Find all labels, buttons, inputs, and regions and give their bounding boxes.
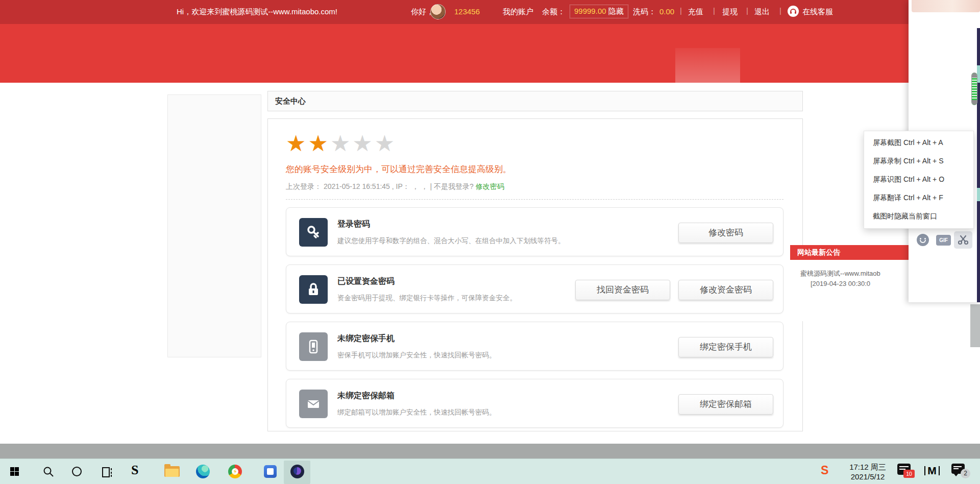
announcement-line[interactable]: 蜜桃源码测试--www.mitaob [800, 269, 880, 278]
divider: | [713, 6, 715, 15]
row-title: 未绑定密保手机 [337, 333, 395, 344]
menu-item-screen-ocr[interactable]: 屏幕识图 Ctrl + Alt + O [864, 170, 974, 188]
hide-balance-link[interactable]: 隐藏 [608, 7, 624, 15]
online-service-link[interactable]: 在线客服 [802, 7, 833, 17]
clock-date: 2021/5/12 [842, 472, 893, 481]
menu-item-hide-window-on-capture[interactable]: 截图时隐藏当前窗口 [864, 207, 974, 225]
balance-label: 余额： [542, 7, 565, 17]
background-window-edge [977, 188, 980, 201]
start-button[interactable] [10, 467, 19, 476]
account-sidebar [167, 94, 261, 357]
search-icon[interactable] [43, 466, 54, 479]
last-login-line: 上次登录： 2021-05-12 16:51:45 , IP： ， ， | 不是… [286, 182, 504, 191]
windows-taskbar [0, 458, 980, 484]
star-filled-icon: ★ [308, 131, 330, 156]
wash-value: 0.00 [659, 7, 674, 16]
withdraw-link[interactable]: 提现 [722, 7, 738, 17]
row-description: 绑定邮箱可以增加账户安全性，快速找回帐号密码。 [337, 408, 496, 417]
star-filled-icon: ★ [286, 131, 308, 156]
bind-phone-button[interactable]: 绑定密保手机 [678, 337, 773, 357]
welcome-text: Hi，欢迎来到蜜桃源码测试--www.mitaobo.com! [177, 7, 337, 17]
divider: | [779, 6, 781, 15]
announcement-body: 蜜桃源码测试--www.mitaob [2019-04-23 00:30:0 [790, 260, 918, 321]
star-empty-icon: ★ [375, 131, 397, 156]
row-description: 密保手机可以增加账户安全性，快速找回帐号密码。 [337, 351, 496, 360]
star-empty-icon: ★ [352, 131, 374, 156]
lock-icon [299, 275, 328, 304]
emoji-icon[interactable] [917, 234, 929, 246]
star-empty-icon: ★ [330, 131, 352, 156]
last-login-label: 上次登录： [286, 182, 322, 190]
screenshot-scissors-button[interactable] [954, 231, 972, 249]
security-row-login-password: 登录密码 建议您使用字母和数字的组合、混合大小写、在组合中加入下划线等符号。 修… [286, 207, 783, 256]
task-view-icon[interactable] [102, 467, 113, 479]
announcement-date: [2019-04-23 00:30:0 [811, 280, 870, 287]
bind-email-button[interactable]: 绑定密保邮箱 [678, 394, 773, 415]
change-fund-password-button[interactable]: 修改资金密码 [678, 280, 773, 300]
gif-icon[interactable]: GIF [936, 235, 951, 246]
announcement-title: 网站最新公告 [797, 248, 840, 257]
topbar: Hi，欢迎来到蜜桃源码测试--www.mitaobo.com! 你好， 1234… [0, 0, 980, 24]
scissors-icon [958, 234, 969, 246]
not-me-text: 不是我登录? [434, 182, 474, 190]
recharge-link[interactable]: 充值 [688, 7, 703, 17]
security-level-warning: 您的账号安全级别为中，可以通过完善安全信息提高级别。 [286, 163, 511, 175]
balance-value: 99999.00 [574, 7, 606, 15]
browser-bottom-edge [0, 444, 980, 458]
notification-badge: 10 [903, 470, 915, 478]
menu-item-screen-record[interactable]: 屏幕录制 Ctrl + Alt + S [864, 152, 974, 170]
row-description: 资金密码用于提现、绑定银行卡等操作，可保障资金安全。 [337, 294, 517, 303]
cortana-icon[interactable] [72, 467, 82, 476]
screenshot-tool-app-icon[interactable] [290, 465, 304, 478]
announcement-header: 网站最新公告 [790, 245, 918, 260]
wash-label: 洗码： [633, 7, 656, 17]
headset-icon [788, 6, 799, 17]
row-title: 登录密码 [337, 219, 370, 230]
divider: | [746, 6, 748, 15]
taskbar-clock[interactable]: 17:12 周三 2021/5/12 [842, 462, 893, 481]
dashed-divider [286, 199, 783, 200]
chrome-browser-icon[interactable]: ⚡ [228, 465, 242, 478]
blue-app-icon[interactable] [264, 465, 277, 478]
security-rating-stars: ★★★★★ [286, 130, 397, 156]
page-scrollbar-thumb[interactable] [970, 304, 980, 347]
sogou-pinned-icon[interactable]: S [131, 463, 138, 478]
edge-browser-icon[interactable] [196, 465, 210, 478]
main-navbar [0, 24, 980, 83]
phone-icon [299, 332, 328, 361]
recover-fund-password-button[interactable]: 找回资金密码 [575, 280, 670, 300]
divider: | [680, 6, 682, 15]
balance-box[interactable]: 99999.00 隐藏 [570, 5, 628, 18]
key-icon [299, 218, 328, 247]
user-avatar[interactable] [430, 4, 446, 19]
row-title: 未绑定密保邮箱 [337, 391, 395, 401]
security-row-email: 未绑定密保邮箱 绑定邮箱可以增加账户安全性，快速找回帐号密码。 绑定密保邮箱 [286, 379, 783, 428]
page-title-bar: 安全中心 [267, 91, 803, 111]
username[interactable]: 123456 [454, 7, 480, 16]
my-account-link[interactable]: 我的账户 [503, 7, 533, 17]
chat-count-badge: 2 [961, 469, 970, 478]
row-description: 建议您使用字母和数字的组合、混合大小写、在组合中加入下划线等符号。 [337, 236, 565, 246]
striped-scrollbar-thumb[interactable] [971, 72, 977, 105]
page-title: 安全中心 [275, 96, 306, 106]
sogou-tray-icon[interactable]: S [821, 464, 828, 477]
change-password-link[interactable]: 修改密码 [476, 182, 504, 190]
menu-item-screen-translate[interactable]: 屏幕翻译 Ctrl + Alt + F [864, 188, 974, 207]
file-explorer-icon[interactable] [164, 466, 180, 477]
last-login-value: 2021-05-12 16:51:45 , IP： ， ， | [324, 182, 432, 190]
security-row-fund-password: 已设置资金密码 资金密码用于提现、绑定银行卡等操作，可保障资金安全。 找回资金密… [286, 264, 783, 313]
logout-link[interactable]: 退出 [754, 7, 770, 17]
chat-image-fragment [912, 0, 980, 12]
security-row-phone: 未绑定密保手机 密保手机可以增加账户安全性，快速找回帐号密码。 绑定密保手机 [286, 322, 783, 371]
mail-icon [299, 390, 328, 418]
change-login-password-button[interactable]: 修改密码 [678, 223, 773, 243]
clock-time: 17:12 周三 [842, 462, 893, 472]
row-title: 已设置资金密码 [337, 276, 395, 287]
screenshot-dropdown-menu: 屏幕截图 Ctrl + Alt + A 屏幕录制 Ctrl + Alt + S … [864, 131, 974, 229]
ime-indicator-icon[interactable]: M [925, 465, 939, 477]
menu-item-screen-capture[interactable]: 屏幕截图 Ctrl + Alt + A [864, 133, 974, 152]
